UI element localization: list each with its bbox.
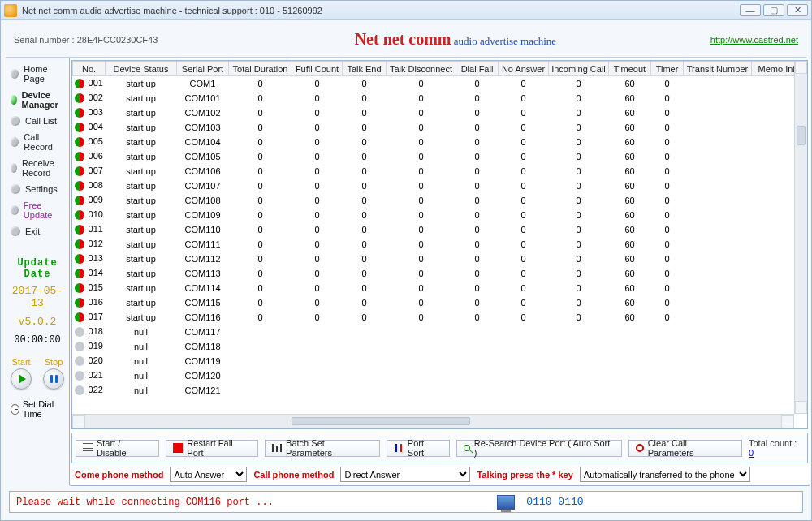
table-cell xyxy=(229,368,292,383)
table-row[interactable]: 006start upCOM1050000000600 xyxy=(73,149,807,164)
column-header[interactable]: No. xyxy=(73,62,106,76)
column-header[interactable]: Timer xyxy=(651,62,684,76)
table-row[interactable]: 022nullCOM121 xyxy=(73,383,807,398)
nav-label: Home Page xyxy=(24,64,64,84)
table-row[interactable]: 019nullCOM118 xyxy=(73,339,807,354)
scroll-thumb[interactable] xyxy=(797,126,806,145)
search-icon xyxy=(464,445,470,451)
scroll-right-button[interactable] xyxy=(781,415,794,428)
table-cell xyxy=(684,354,752,368)
table-row[interactable]: 004start upCOM1030000000600 xyxy=(73,120,807,135)
scroll-up-button[interactable] xyxy=(795,61,807,74)
nav-call-record[interactable]: Call Record xyxy=(11,132,64,152)
nav-receive-record[interactable]: Receive Record xyxy=(11,158,64,178)
nav-free-update[interactable]: Free Update xyxy=(11,200,64,220)
hscroll-thumb[interactable] xyxy=(292,417,470,425)
restart-fail-port-button[interactable]: Restart Fail Port xyxy=(166,440,258,457)
column-header[interactable]: Total Duration xyxy=(229,62,292,76)
table-row[interactable]: 017start upCOM1160000000600 xyxy=(73,310,807,325)
table-cell: 012 xyxy=(73,237,106,252)
table-cell xyxy=(292,368,343,383)
table-cell: 0 xyxy=(549,76,609,91)
batch-set-parameters-button[interactable]: Batch Set Parameters xyxy=(265,440,380,457)
stop-button[interactable] xyxy=(43,368,64,390)
table-cell: null xyxy=(106,325,177,339)
table-cell xyxy=(684,325,752,339)
list-icon xyxy=(83,443,93,453)
table-cell xyxy=(651,339,684,354)
maximize-button[interactable]: ▢ xyxy=(763,4,784,16)
nav-call-list[interactable]: Call List xyxy=(11,116,64,126)
nav-settings[interactable]: Settings xyxy=(11,184,64,194)
table-row[interactable]: 010start upCOM1090000000600 xyxy=(73,208,807,222)
talking-star-select[interactable]: Automatically transferred to the phone xyxy=(580,467,750,482)
table-cell: start up xyxy=(106,120,177,135)
table-row[interactable]: 009start upCOM1080000000600 xyxy=(73,193,807,208)
port-sort-button[interactable]: Port Sort xyxy=(387,440,450,457)
start-label: Start xyxy=(11,357,30,367)
scroll-left-button[interactable] xyxy=(72,415,85,428)
column-header[interactable]: Timeout xyxy=(609,62,651,76)
start-button[interactable] xyxy=(11,368,32,390)
device-table[interactable]: No.Device StatusSerial PortTotal Duratio… xyxy=(72,61,807,398)
table-cell: 0 xyxy=(387,135,456,149)
table-row[interactable]: 015start upCOM1140000000600 xyxy=(73,281,807,295)
table-row[interactable]: 001start upCOM10000000600 xyxy=(73,76,807,91)
column-header[interactable]: Device Status xyxy=(106,62,177,76)
table-row[interactable]: 020nullCOM119 xyxy=(73,354,807,368)
table-row[interactable]: 011start upCOM1100000000600 xyxy=(73,222,807,237)
table-cell: 015 xyxy=(73,281,106,295)
table-row[interactable]: 016start upCOM1150000000600 xyxy=(73,295,807,310)
table-cell xyxy=(684,295,752,310)
set-dial-time[interactable]: Set Dial Time xyxy=(11,399,64,419)
table-row[interactable]: 003start upCOM1020000000600 xyxy=(73,105,807,120)
nav-home[interactable]: Home Page xyxy=(11,64,64,84)
table-cell: start up xyxy=(106,208,177,222)
table-cell: 005 xyxy=(73,135,106,149)
vertical-scrollbar[interactable] xyxy=(794,61,807,414)
column-header[interactable]: Fufil Count xyxy=(292,62,343,76)
column-header[interactable]: Talk Disconnect xyxy=(387,62,456,76)
table-row[interactable]: 014start upCOM1130000000600 xyxy=(73,266,807,281)
table-row[interactable]: 008start upCOM1070000000600 xyxy=(73,179,807,193)
close-button[interactable]: ✕ xyxy=(787,4,808,16)
scroll-down-button[interactable] xyxy=(795,401,807,414)
table-cell xyxy=(343,354,387,368)
status-icon xyxy=(75,283,84,293)
table-row[interactable]: 018nullCOM117 xyxy=(73,325,807,339)
table-cell xyxy=(499,354,549,368)
horizontal-scrollbar[interactable] xyxy=(72,414,794,428)
table-row[interactable]: 002start upCOM1010000000600 xyxy=(73,91,807,105)
table-cell: 0 xyxy=(229,281,292,295)
table-row[interactable]: 021nullCOM120 xyxy=(73,368,807,383)
table-cell: 60 xyxy=(609,91,651,105)
research-device-port-button[interactable]: Re-Search Device Port ( Auto Sort ) xyxy=(456,440,622,457)
call-phone-method-select[interactable]: Direct Answer xyxy=(340,467,470,482)
table-cell xyxy=(684,339,752,354)
column-header[interactable]: Talk End xyxy=(343,62,387,76)
table-row[interactable]: 012start upCOM1110000000600 xyxy=(73,237,807,252)
nav-device-manager[interactable]: Device Manager xyxy=(11,90,64,110)
table-cell xyxy=(387,368,456,383)
table-row[interactable]: 005start upCOM1040000000600 xyxy=(73,135,807,149)
column-header[interactable]: Incoming Call xyxy=(549,62,609,76)
table-cell xyxy=(456,339,499,354)
table-cell: 0 xyxy=(387,266,456,281)
column-header[interactable]: Serial Port xyxy=(177,62,229,76)
nav-exit[interactable]: Exit xyxy=(11,226,64,236)
table-row[interactable]: 007start upCOM1060000000600 xyxy=(73,164,807,179)
column-header[interactable]: Dial Fail xyxy=(456,62,499,76)
column-header[interactable]: Transit Number xyxy=(684,62,752,76)
table-cell: COM102 xyxy=(177,105,229,120)
nav-label: Call List xyxy=(25,116,57,126)
column-header[interactable]: No Answer xyxy=(499,62,549,76)
minimize-button[interactable]: — xyxy=(740,4,761,16)
table-cell: 0 xyxy=(292,135,343,149)
table-cell: COM121 xyxy=(177,383,229,398)
clear-call-parameters-button[interactable]: Clear Call Parameters xyxy=(628,440,742,457)
start-disable-button[interactable]: Start / Disable xyxy=(76,440,159,457)
table-cell: 0 xyxy=(499,266,549,281)
come-phone-method-select[interactable]: Auto Answer xyxy=(170,467,247,482)
website-link[interactable]: http://www.castred.net xyxy=(710,35,798,45)
table-row[interactable]: 013start upCOM1120000000600 xyxy=(73,252,807,266)
